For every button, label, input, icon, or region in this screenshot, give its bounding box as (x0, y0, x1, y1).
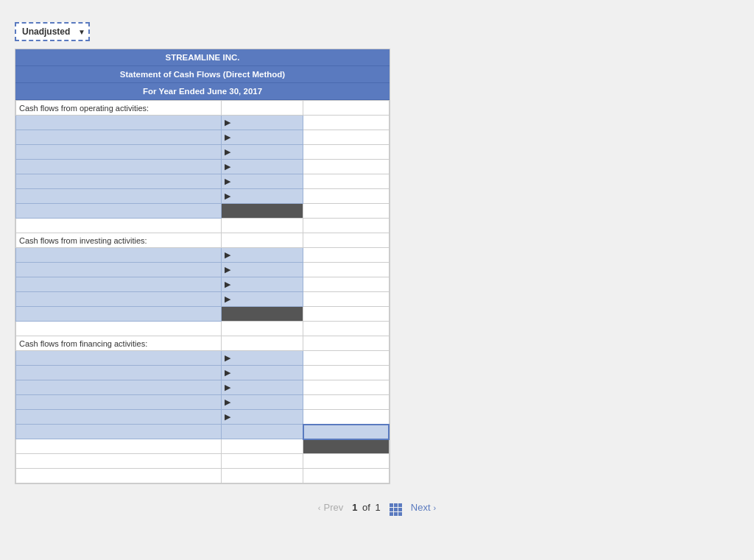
current-page: 1 (352, 502, 357, 513)
table-row: ▶ (16, 145, 390, 160)
chevron-right-icon: › (434, 503, 437, 512)
table-row: ▶ (16, 160, 390, 174)
dropdown-wrapper[interactable]: Unadjusted Adjusted ▼ (15, 22, 90, 41)
table-row (16, 439, 390, 454)
investing-label: Cash flows from investing activities: (16, 233, 222, 248)
table-row (16, 219, 390, 233)
chevron-left-icon: ‹ (318, 503, 321, 512)
prev-label: Prev (323, 502, 343, 513)
adjustment-dropdown[interactable]: Unadjusted Adjusted (15, 22, 90, 41)
next-label: Next (411, 502, 431, 513)
report-title: STREAMLINE INC. (15, 49, 390, 66)
table-row: ▶ (16, 263, 390, 277)
table-row: ▶ (16, 395, 390, 410)
table-row: ▶ (16, 351, 390, 366)
operating-amount1 (221, 101, 303, 116)
table-row: ▶ (16, 248, 390, 263)
dropdown-container: Unadjusted Adjusted ▼ (15, 22, 90, 41)
page-container: Unadjusted Adjusted ▼ STREAMLINE INC. St… (0, 15, 754, 560)
pagination-info: 1 of 1 (352, 502, 381, 513)
operating-label: Cash flows from operating activities: (16, 101, 222, 116)
table-row: ▶ (16, 410, 390, 425)
table-row (16, 307, 390, 322)
grid-icon[interactable] (390, 499, 402, 516)
table-row (16, 469, 390, 483)
total-pages: 1 (376, 502, 381, 513)
table-row (16, 204, 390, 219)
cash-flow-table: Cash flows from operating activities: ▶ … (15, 100, 390, 483)
table-row: ▶ (16, 130, 390, 145)
table-row: ▶ (16, 277, 390, 292)
table-row: ▶ (16, 380, 390, 395)
table-row: ▶ (16, 116, 390, 130)
operating-amount2 (303, 101, 390, 116)
financing-label: Cash flows from financing activities: (16, 336, 222, 351)
table-row: ▶ (16, 366, 390, 380)
pagination: ‹ Prev 1 of 1 Next › (15, 499, 739, 516)
table-row (16, 425, 390, 439)
table-row: ▶ (16, 189, 390, 204)
report-container: STREAMLINE INC. Statement of Cash Flows … (15, 49, 390, 484)
table-row: ▶ (16, 292, 390, 307)
table-row: ▶ (16, 174, 390, 189)
page-separator: of (362, 502, 370, 513)
report-subtitle: Statement of Cash Flows (Direct Method) (15, 66, 390, 83)
investing-section-header: Cash flows from investing activities: (16, 233, 390, 248)
table-row (16, 322, 390, 336)
operating-section-header: Cash flows from operating activities: (16, 101, 390, 116)
next-button[interactable]: Next › (411, 502, 436, 513)
report-period: For Year Ended June 30, 2017 (15, 83, 390, 100)
prev-button[interactable]: ‹ Prev (318, 502, 343, 513)
financing-section-header: Cash flows from financing activities: (16, 336, 390, 351)
table-row (16, 454, 390, 469)
